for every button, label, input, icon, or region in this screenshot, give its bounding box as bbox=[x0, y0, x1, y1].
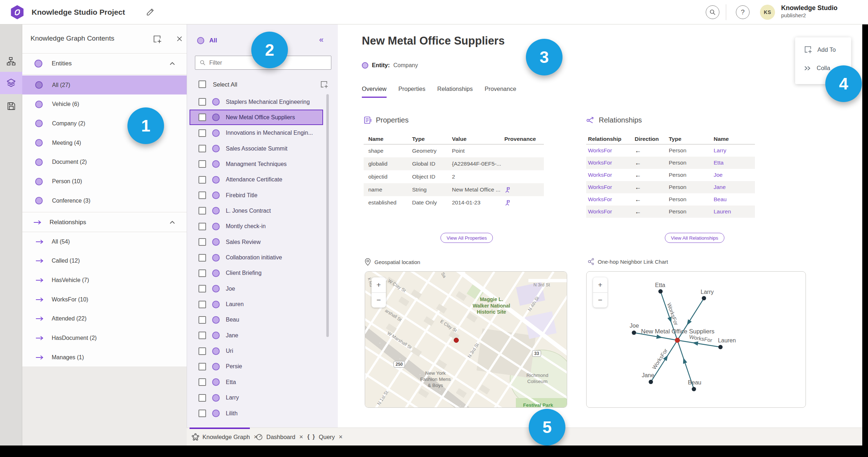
name-link[interactable]: Joe bbox=[714, 172, 757, 178]
item-checkbox[interactable] bbox=[199, 129, 206, 137]
entity-list-item[interactable]: Client Briefing bbox=[187, 266, 338, 281]
relationships-item[interactable]: Attended (22) bbox=[22, 309, 187, 328]
entities-item[interactable]: Conference (3) bbox=[22, 191, 187, 210]
contents-rail-button-active[interactable] bbox=[0, 72, 22, 94]
entities-item[interactable]: Vehicle (6) bbox=[22, 95, 187, 114]
entity-list-item[interactable]: Lauren bbox=[187, 297, 338, 312]
entity-list-item[interactable]: Firebird Title bbox=[187, 188, 338, 203]
add-to-new-icon[interactable] bbox=[320, 80, 328, 89]
collapse-chevron-icon[interactable] bbox=[169, 221, 175, 224]
entity-list-item[interactable]: Montly check-in bbox=[187, 219, 338, 234]
entity-list-item[interactable]: Joe bbox=[187, 281, 338, 296]
item-checkbox[interactable] bbox=[199, 410, 206, 417]
relationships-item[interactable]: All (54) bbox=[22, 232, 187, 251]
item-checkbox[interactable] bbox=[199, 160, 206, 168]
entities-item[interactable]: Document (2) bbox=[22, 153, 187, 172]
item-checkbox[interactable] bbox=[199, 394, 206, 402]
item-checkbox[interactable] bbox=[199, 254, 206, 262]
link-chart-node-label[interactable]: Joe bbox=[630, 323, 639, 329]
entity-list-item[interactable]: Lilith bbox=[187, 406, 338, 421]
entity-list-item[interactable]: Larry bbox=[187, 390, 338, 406]
save-rail-button[interactable] bbox=[0, 95, 22, 117]
link-chart-node-label[interactable]: Larry bbox=[701, 289, 714, 295]
link-chart-node-label[interactable]: Beau bbox=[688, 379, 701, 386]
relationship-link[interactable]: WorksFor bbox=[588, 172, 635, 178]
relationships-item[interactable]: HasDocument (2) bbox=[22, 329, 187, 348]
item-checkbox[interactable] bbox=[199, 347, 206, 355]
entities-item[interactable]: All (27) bbox=[22, 75, 187, 94]
item-checkbox[interactable] bbox=[199, 301, 206, 308]
entities-item[interactable]: Person (10) bbox=[22, 172, 187, 191]
entity-list-item[interactable]: Sales Review bbox=[187, 234, 338, 250]
link-chart-center-label[interactable]: New Metal Office Suppliers bbox=[641, 328, 715, 335]
relationships-item[interactable]: WorksFor (10) bbox=[22, 290, 187, 309]
entity-list-item[interactable]: L. Jones Contract bbox=[187, 203, 338, 218]
item-checkbox[interactable] bbox=[199, 316, 206, 324]
collapse-chevron-icon[interactable] bbox=[169, 62, 175, 65]
entity-list-item[interactable]: Jane bbox=[187, 328, 338, 343]
close-tab-icon[interactable]: × bbox=[339, 433, 343, 441]
provenance-flag-icon[interactable] bbox=[504, 199, 510, 206]
relationships-item[interactable]: HasVehicle (7) bbox=[22, 271, 187, 290]
entity-list-item[interactable]: Persie bbox=[187, 359, 338, 374]
item-checkbox[interactable] bbox=[199, 145, 206, 152]
item-checkbox[interactable] bbox=[199, 207, 206, 214]
select-all-checkbox[interactable] bbox=[199, 80, 206, 88]
item-checkbox[interactable] bbox=[199, 238, 206, 246]
collapse-menu-item[interactable]: Colla bbox=[804, 65, 830, 71]
close-tab-icon[interactable]: × bbox=[299, 433, 303, 441]
data-model-rail-button[interactable] bbox=[0, 50, 22, 73]
item-checkbox[interactable] bbox=[199, 98, 206, 106]
help-button[interactable]: ? bbox=[736, 5, 750, 19]
one-hop-link-chart[interactable]: + − EttaLarryJoeLaurenJaneBeauNew Metal … bbox=[586, 271, 806, 408]
entity-list-item[interactable]: Managment Techniques bbox=[187, 156, 338, 172]
name-link[interactable]: Jane bbox=[714, 184, 757, 190]
collapse-panel-icon[interactable]: « bbox=[319, 35, 323, 45]
close-panel-icon[interactable] bbox=[176, 35, 183, 42]
link-chart-node-label[interactable]: Lauren bbox=[718, 337, 736, 344]
edit-title-pencil-icon[interactable] bbox=[145, 8, 154, 17]
add-to-menu-item[interactable]: Add To bbox=[804, 45, 836, 54]
entity-list-item[interactable]: Attendance Certificate bbox=[187, 172, 338, 188]
detail-tab-provenance[interactable]: Provenance bbox=[485, 86, 516, 98]
view-all-relationships-button[interactable]: View All Relationships bbox=[665, 233, 724, 243]
geospatial-map[interactable]: + − k RdW Clay StSaarshall StW Marshall … bbox=[365, 271, 567, 408]
item-checkbox[interactable] bbox=[199, 114, 206, 121]
list-scrollbar[interactable] bbox=[326, 94, 329, 337]
item-checkbox[interactable] bbox=[199, 176, 206, 184]
entity-list-item[interactable]: Uri bbox=[187, 343, 338, 359]
relationship-link[interactable]: WorksFor bbox=[588, 147, 635, 154]
bottom-tab-query[interactable]: { }Query× bbox=[307, 432, 342, 442]
entity-list-item[interactable]: Collaboration initiative bbox=[187, 250, 338, 266]
entity-list-item[interactable]: Staplers Mechanical Engineering bbox=[187, 94, 338, 110]
item-checkbox[interactable] bbox=[199, 332, 206, 339]
entity-list-item[interactable]: Etta bbox=[187, 374, 338, 390]
entities-section-header[interactable]: Entities bbox=[22, 54, 187, 74]
map-zoom-control[interactable]: + − bbox=[372, 277, 386, 308]
detail-tab-properties[interactable]: Properties bbox=[398, 86, 425, 98]
name-link[interactable]: Lauren bbox=[714, 208, 757, 215]
link-chart-node-label[interactable]: Etta bbox=[655, 282, 665, 288]
item-checkbox[interactable] bbox=[199, 269, 206, 277]
name-link[interactable]: Larry bbox=[714, 147, 757, 154]
bottom-tab-dashboard[interactable]: Dashboard× bbox=[256, 432, 303, 442]
relationships-section-header[interactable]: Relationships bbox=[22, 212, 187, 232]
name-link[interactable]: Beau bbox=[714, 196, 757, 203]
add-to-new-icon[interactable] bbox=[153, 34, 162, 44]
link-chart-node-label[interactable]: Jane bbox=[642, 372, 654, 379]
provenance-flag-icon[interactable] bbox=[504, 186, 510, 193]
relationships-item[interactable]: Manages (1) bbox=[22, 348, 187, 367]
entity-list-item[interactable]: Sales Associate Summit bbox=[187, 141, 338, 156]
zoom-in-button[interactable]: + bbox=[593, 277, 607, 293]
item-checkbox[interactable] bbox=[199, 378, 206, 386]
zoom-in-button[interactable]: + bbox=[372, 277, 386, 293]
detail-tab-relationships[interactable]: Relationships bbox=[437, 86, 473, 98]
relationship-link[interactable]: WorksFor bbox=[588, 160, 635, 166]
chart-zoom-control[interactable]: + − bbox=[593, 277, 607, 308]
relationships-item[interactable]: Called (12) bbox=[22, 251, 187, 271]
entity-list-item[interactable]: Beau bbox=[187, 312, 338, 328]
item-checkbox[interactable] bbox=[199, 363, 206, 370]
zoom-out-button[interactable]: − bbox=[372, 293, 386, 308]
entity-list-item[interactable]: Innovations in Mechanical Engin... bbox=[187, 125, 338, 141]
item-checkbox[interactable] bbox=[199, 285, 206, 292]
